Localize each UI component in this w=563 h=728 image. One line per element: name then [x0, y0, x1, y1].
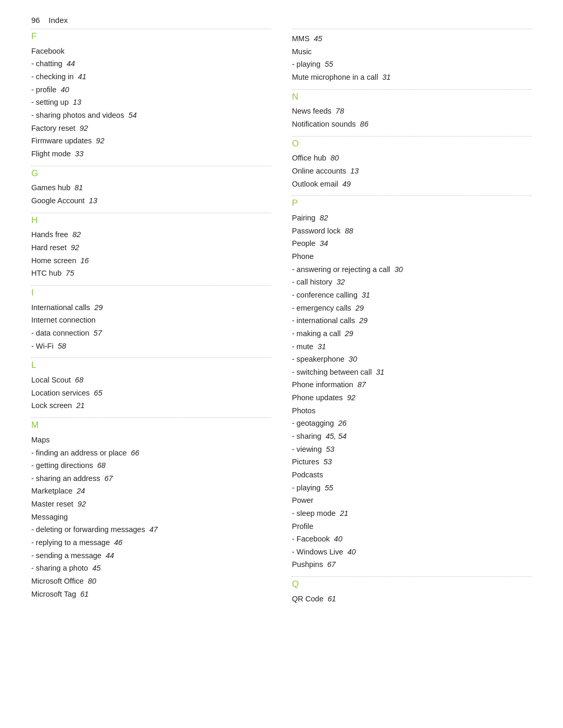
- section-letter: P: [292, 197, 532, 209]
- list-item: Password lock 88: [292, 225, 532, 238]
- section-letter: L: [31, 359, 271, 372]
- index-section: IInternational calls 29Internet connecti…: [31, 285, 271, 352]
- list-item: Flight mode 33: [31, 147, 271, 161]
- list-item: Phone information 87: [292, 378, 532, 391]
- index-section: HHands free 82Hard reset 92Home screen 1…: [31, 213, 271, 280]
- section-letter: M: [31, 419, 271, 431]
- section-letter: I: [31, 287, 271, 299]
- list-item: - data connection 57: [31, 327, 271, 340]
- list-item: - mute 31: [292, 340, 532, 353]
- index-section: GGames hub 81Google Account 13: [31, 166, 271, 207]
- list-item: Games hub 81: [31, 181, 271, 194]
- list-item: - sharing a photo 45: [31, 562, 271, 575]
- section-letter: F: [31, 30, 271, 43]
- index-section: QQR Code 61: [292, 576, 532, 605]
- list-item: - getting directions 68: [31, 459, 271, 472]
- list-item: - international calls 29: [292, 314, 532, 327]
- index-section: MMS 45Music- playing 55Mute microphone i…: [292, 29, 532, 84]
- list-item: - deleting or forwarding messages 47: [31, 523, 271, 536]
- list-item: - call history 32: [292, 276, 532, 289]
- list-item: Messaging: [31, 511, 271, 524]
- list-item: Phone: [292, 250, 532, 263]
- list-item: News feeds 78: [292, 105, 532, 118]
- list-item: Location services 65: [31, 387, 271, 400]
- list-item: - Facebook 40: [292, 533, 532, 546]
- list-item: - playing 55: [292, 482, 532, 495]
- list-item: - Wi-Fi 58: [31, 340, 271, 353]
- index-section: LLocal Scout 68Location services 65Lock …: [31, 357, 271, 412]
- list-item: Lock screen 21: [31, 399, 271, 412]
- list-item: - sharing 45, 54: [292, 430, 532, 443]
- list-item: Facebook: [31, 45, 271, 58]
- list-item: - switching between call 31: [292, 366, 532, 379]
- list-item: Microsoft Office 80: [31, 575, 271, 588]
- index-section: MMaps- finding an address or place 66- g…: [31, 417, 271, 600]
- left-column: FFacebook- chatting 44- checking in 41- …: [31, 24, 287, 611]
- list-item: - speakerphone 30: [292, 353, 532, 366]
- list-item: Microsoft Tag 61: [31, 588, 271, 601]
- list-item: Pairing 82: [292, 212, 532, 225]
- index-section: OOffice hub 80Online accounts 13Outlook …: [292, 136, 532, 191]
- list-item: - chatting 44: [31, 57, 271, 70]
- list-item: Maps: [31, 434, 271, 447]
- list-item: Master reset 92: [31, 498, 271, 511]
- list-item: Power: [292, 494, 532, 507]
- index-section: NNews feeds 78Notification sounds 86: [292, 89, 532, 131]
- section-letter: H: [31, 214, 271, 227]
- list-item: Notification sounds 86: [292, 118, 532, 131]
- section-letter: N: [292, 91, 532, 103]
- list-item: Google Account 13: [31, 194, 271, 207]
- list-item: - sharing photos and videos 54: [31, 109, 271, 122]
- list-item: - geotagging 26: [292, 417, 532, 430]
- list-item: - replying to a message 46: [31, 536, 271, 549]
- list-item: - playing 55: [292, 58, 532, 71]
- page-header: 96 Index: [31, 16, 532, 24]
- list-item: International calls 29: [31, 301, 271, 314]
- list-item: - setting up 13: [31, 96, 271, 109]
- list-item: Outlook email 49: [292, 178, 532, 191]
- list-item: Firmware updates 92: [31, 134, 271, 147]
- list-item: Mute microphone in a call 31: [292, 71, 532, 84]
- index-section: PPairing 82Password lock 88People 34Phon…: [292, 195, 532, 571]
- section-letter: Q: [292, 578, 532, 590]
- list-item: - Windows Live 40: [292, 546, 532, 559]
- section-letter: G: [31, 167, 271, 180]
- list-item: Profile: [292, 520, 532, 533]
- list-item: Factory reset 92: [31, 122, 271, 135]
- page-number: 96: [31, 16, 40, 24]
- list-item: - sleep mode 21: [292, 507, 532, 520]
- list-item: HTC hub 75: [31, 267, 271, 280]
- list-item: Online accounts 13: [292, 165, 532, 178]
- list-item: QR Code 61: [292, 593, 532, 606]
- list-item: - sending a message 44: [31, 549, 271, 562]
- section-letter: O: [292, 138, 532, 150]
- list-item: - conference calling 31: [292, 289, 532, 302]
- list-item: - finding an address or place 66: [31, 447, 271, 460]
- right-column: MMS 45Music- playing 55Mute microphone i…: [287, 24, 532, 611]
- list-item: Pictures 53: [292, 455, 532, 468]
- list-item: Photos: [292, 404, 532, 417]
- list-item: Local Scout 68: [31, 374, 271, 387]
- list-item: MMS 45: [292, 32, 532, 45]
- list-item: Marketplace 24: [31, 485, 271, 498]
- list-item: Office hub 80: [292, 152, 532, 165]
- list-item: Phone updates 92: [292, 391, 532, 404]
- list-item: - sharing an address 67: [31, 472, 271, 485]
- list-item: - profile 40: [31, 83, 271, 96]
- list-item: - viewing 53: [292, 443, 532, 456]
- list-item: Hands free 82: [31, 228, 271, 241]
- list-item: Home screen 16: [31, 254, 271, 267]
- list-item: Music: [292, 45, 532, 58]
- list-item: Podcasts: [292, 468, 532, 482]
- list-item: People 34: [292, 237, 532, 250]
- list-item: - answering or rejecting a call 30: [292, 263, 532, 276]
- list-item: Hard reset 92: [31, 241, 271, 254]
- list-item: - checking in 41: [31, 70, 271, 83]
- index-section: FFacebook- chatting 44- checking in 41- …: [31, 29, 271, 161]
- list-item: - emergency calls 29: [292, 302, 532, 315]
- list-item: Internet connection: [31, 314, 271, 327]
- list-item: Pushpins 67: [292, 558, 532, 571]
- list-item: - making a call 29: [292, 327, 532, 340]
- page-title: Index: [48, 16, 68, 24]
